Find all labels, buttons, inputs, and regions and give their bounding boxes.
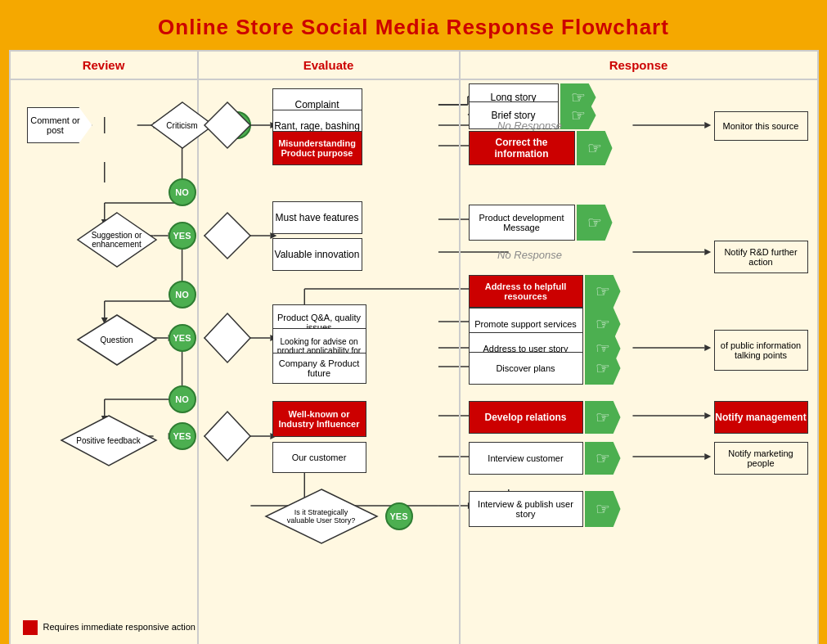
interview-publish-btn[interactable]: ☞ (585, 491, 621, 527)
hand-icon: ☞ (596, 448, 610, 468)
column-headers: Review Evaluate Response (11, 52, 817, 80)
discover-plans-box: Discover plans (469, 352, 583, 385)
question-eval-diamond (203, 312, 252, 364)
well-known-box: Well-known or Industry Influencer (272, 401, 366, 437)
our-customer-box: Our customer (272, 442, 366, 473)
valuable-innovation-box: Valuable innovation (272, 238, 362, 271)
product-dev-box: Product development Message (469, 205, 575, 241)
develop-relations-btn[interactable]: ☞ (585, 401, 621, 434)
question-diamond: Question (76, 313, 158, 367)
header-evaluate: Evaluate (199, 52, 461, 79)
suggestion-eval-diamond (203, 211, 252, 260)
develop-relations-box: Develop relations (469, 401, 583, 434)
positive-yes-circle: YES (169, 422, 196, 450)
address-helpful-btn[interactable]: ☞ (585, 275, 621, 308)
product-dev-btn[interactable]: ☞ (577, 205, 613, 241)
svg-marker-110 (205, 412, 250, 461)
suggestion-diamond: Suggestion or enhancement (76, 211, 158, 268)
strategically-diamond: Is it Strategically valuable User Story? (264, 488, 379, 545)
hand-icon: ☞ (596, 499, 610, 519)
correct-info-box: Correct the information (469, 131, 575, 165)
criticism-no-circle: NO (169, 178, 196, 206)
positive-feedback-diamond: Positive feedback (60, 414, 158, 467)
response-column: Long story ☞ Brief story ☞ No Response (461, 80, 817, 644)
hand-icon: ☞ (596, 408, 610, 427)
notify-management-box: Notify management (714, 401, 808, 434)
svg-marker-107 (205, 102, 250, 148)
interview-publish-box: Interview & publish user story (469, 491, 583, 527)
evaluate-column: Complaint Rant, rage, bashing Misunderst… (199, 80, 461, 644)
flowchart-body: Comment or post Criticism YES NO (11, 80, 817, 644)
must-have-box: Must have features (272, 201, 362, 234)
suggestion-no-circle: NO (169, 281, 196, 308)
criticism-eval-diamond (203, 101, 252, 150)
hand-icon: ☞ (596, 281, 610, 301)
notify-rd-box: Notify R&D further action (714, 241, 808, 273)
svg-marker-109 (205, 313, 250, 363)
hand-icon: ☞ (587, 213, 602, 232)
comment-post-shape: Comment or post (27, 107, 92, 143)
notify-marketing-box: Notify marketing people (714, 442, 808, 475)
company-product-box: Company & Product future (272, 353, 366, 384)
interview-customer-box: Interview customer (469, 442, 583, 475)
discover-plans-btn[interactable]: ☞ (585, 352, 621, 385)
hand-icon: ☞ (596, 358, 610, 378)
interview-customer-btn[interactable]: ☞ (585, 442, 621, 475)
question-yes-circle: YES (169, 324, 196, 352)
strategically-yes-circle: YES (385, 502, 413, 530)
hand-icon: ☞ (596, 314, 610, 334)
positive-eval-diamond (203, 410, 252, 462)
suggestion-yes-circle: YES (169, 222, 196, 250)
flowchart-area: Review Evaluate Response (9, 50, 819, 644)
correct-info-btn[interactable]: ☞ (577, 131, 613, 165)
question-no-circle: NO (169, 385, 196, 413)
hand-icon: ☞ (587, 138, 602, 158)
address-helpful-box: Address to helpfull resources (469, 275, 583, 308)
legend-label: Requires immediate responsive action (43, 622, 196, 632)
review-column: Comment or post Criticism YES NO (11, 80, 199, 644)
header-review: Review (11, 52, 199, 79)
list-public-box: of public information talking points (714, 330, 808, 371)
monitor-source-box: Monitor this source (714, 111, 808, 141)
no-response-2-box: No Response (469, 241, 591, 268)
legend-red-box (23, 620, 38, 635)
page-title: Online Store Social Media Response Flowc… (8, 8, 819, 50)
svg-marker-108 (205, 213, 250, 259)
main-container: Online Store Social Media Response Flowc… (0, 0, 827, 644)
misunderstanding-box: Misunderstanding Product purpose (272, 131, 362, 165)
header-response: Response (461, 52, 817, 79)
